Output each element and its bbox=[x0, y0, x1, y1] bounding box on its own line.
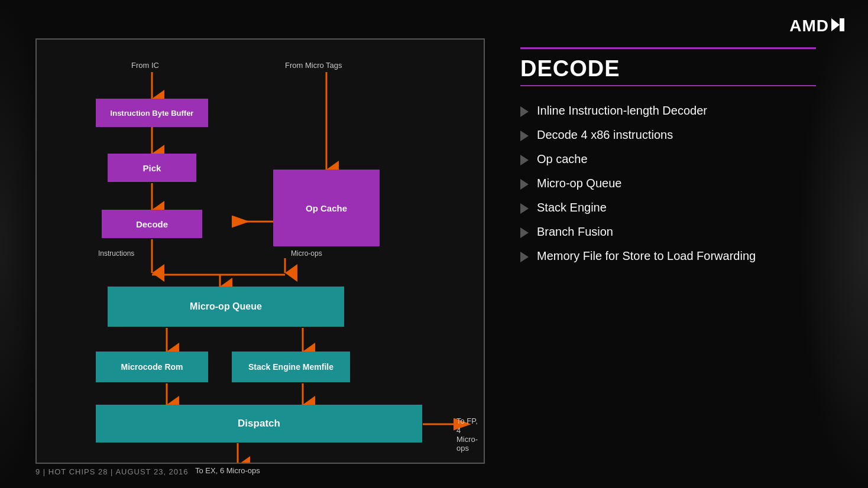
bullet-text-3: Micro-op Queue bbox=[537, 177, 621, 190]
bullet-text-1: Decode 4 x86 instructions bbox=[537, 128, 673, 142]
bullet-text-2: Op cache bbox=[537, 152, 588, 166]
bullet-arrow-4 bbox=[520, 203, 529, 214]
bullet-item-4: Stack Engine bbox=[520, 201, 840, 214]
decode-divider bbox=[520, 85, 816, 86]
content-panel: DECODE Inline Instruction-length Decoder… bbox=[520, 47, 840, 274]
bullet-arrow-2 bbox=[520, 155, 529, 165]
box-op-cache: Op Cache bbox=[273, 170, 380, 246]
decode-accent-line-top bbox=[520, 47, 816, 49]
label-to-fp: To FP, bbox=[456, 417, 478, 425]
footer: 9 | HOT CHIPS 28 | AUGUST 23, 2016 bbox=[35, 467, 189, 476]
decode-title: DECODE bbox=[520, 56, 840, 82]
label-from-ic: From IC bbox=[131, 61, 159, 70]
bullet-item-2: Op cache bbox=[520, 152, 840, 166]
bullet-item-1: Decode 4 x86 instructions bbox=[520, 128, 840, 142]
footer-conference: HOT CHIPS 28 bbox=[48, 467, 108, 476]
svg-marker-0 bbox=[831, 18, 840, 31]
diagram-inner: From IC From Micro Tags Instruction Byte… bbox=[37, 40, 484, 463]
box-instruction-byte-buffer: Instruction Byte Buffer bbox=[96, 99, 208, 127]
bullet-item-0: Inline Instruction-length Decoder bbox=[520, 104, 840, 118]
box-microcode-rom: Microcode Rom bbox=[96, 352, 208, 382]
bullet-arrow-6 bbox=[520, 252, 529, 262]
label-from-micro-tags: From Micro Tags bbox=[285, 61, 342, 70]
footer-page: 9 bbox=[35, 467, 40, 476]
label-instructions: Instructions bbox=[98, 249, 134, 258]
bullet-item-6: Memory File for Store to Load Forwarding bbox=[520, 249, 840, 263]
box-dispatch: Dispatch bbox=[96, 405, 422, 443]
box-decode: Decode bbox=[102, 210, 202, 238]
svg-rect-1 bbox=[840, 18, 844, 31]
bullet-text-6: Memory File for Store to Load Forwarding bbox=[537, 249, 756, 263]
box-pick: Pick bbox=[108, 154, 196, 182]
bullet-arrow-5 bbox=[520, 227, 529, 238]
box-micro-op-queue: Micro-op Queue bbox=[108, 287, 344, 327]
footer-separator-1: | bbox=[43, 467, 48, 476]
bullet-text-4: Stack Engine bbox=[537, 201, 607, 214]
bullet-arrow-0 bbox=[520, 106, 529, 117]
bullet-text-5: Branch Fusion bbox=[537, 225, 613, 239]
bullet-item-3: Micro-op Queue bbox=[520, 177, 840, 190]
amd-logo-text: AMD bbox=[789, 17, 829, 35]
box-stack-engine: Stack Engine Memfile bbox=[232, 352, 350, 382]
diagram-panel: From IC From Micro Tags Instruction Byte… bbox=[35, 38, 485, 464]
bullet-arrow-1 bbox=[520, 131, 529, 141]
bullet-item-5: Branch Fusion bbox=[520, 225, 840, 239]
label-micro-ops: Micro-ops bbox=[291, 249, 322, 258]
amd-logo: AMD bbox=[789, 17, 844, 35]
bullet-arrow-3 bbox=[520, 179, 529, 190]
amd-arrow-icon bbox=[831, 18, 844, 31]
label-4-micro-ops: 4 Micro-ops bbox=[456, 426, 484, 453]
footer-date: AUGUST 23, 2016 bbox=[115, 467, 188, 476]
bullet-text-0: Inline Instruction-length Decoder bbox=[537, 104, 707, 118]
bullet-list: Inline Instruction-length Decoder Decode… bbox=[520, 104, 840, 263]
label-to-ex: To EX, 6 Micro-ops bbox=[195, 466, 260, 475]
